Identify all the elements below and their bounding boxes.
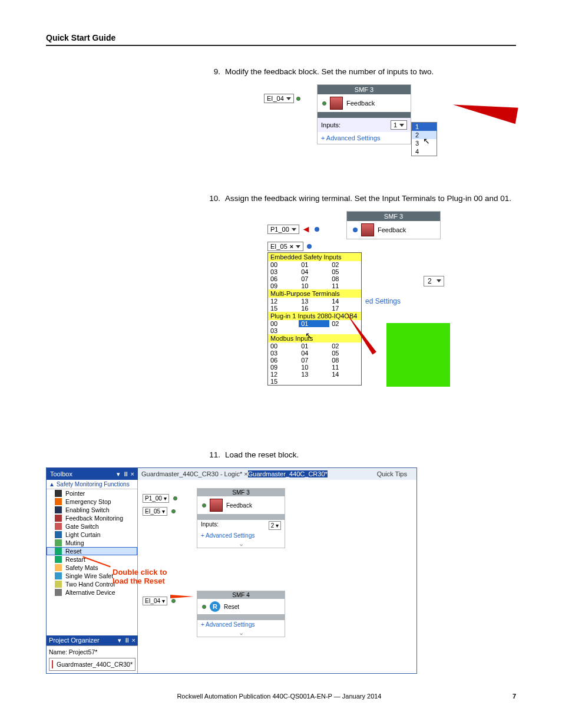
header-rule xyxy=(46,45,516,46)
page-header: Quick Start Guide xyxy=(46,33,516,42)
inputs-label: Inputs: xyxy=(321,121,340,129)
toolbox-item-label: Two Hand Control xyxy=(65,581,115,588)
reset-icon: R xyxy=(210,601,220,612)
toolbox-item[interactable]: Gate Switch xyxy=(47,522,137,531)
tool-icon xyxy=(55,572,62,579)
fig2-selector-2[interactable]: EI_05 × xyxy=(267,242,312,251)
tool-icon xyxy=(55,556,62,563)
toolbox-item[interactable]: Muting xyxy=(47,539,137,547)
toolbox-item[interactable]: Pointer xyxy=(47,489,137,498)
toolbox-item-label: Feedback Monitoring xyxy=(65,515,123,522)
advanced-settings-link[interactable]: + Advanced Settings xyxy=(318,132,411,144)
smf3-input-1[interactable]: P1_00 ▾ xyxy=(143,494,177,503)
step-10: 10. Assign the feedback wiring terminal.… xyxy=(205,194,516,203)
tool-icon xyxy=(55,589,62,596)
figure-1: EI_04 SMF 3 Feedback Inputs: 1 + Advance xyxy=(264,84,547,173)
project-organizer-title: Project Organizer ▾ ⏸ × xyxy=(47,635,138,645)
toolbox-item-label: Single Wire Safet xyxy=(65,572,113,579)
status-dot-icon xyxy=(322,101,326,106)
fig2-inputs-count[interactable]: 2 xyxy=(424,276,444,286)
tab-device[interactable]: Guardmaster_440C_CR30* xyxy=(248,470,328,477)
tool-icon xyxy=(55,581,62,588)
toolbox-item[interactable]: Reset xyxy=(47,547,137,555)
card-title: SMF 3 xyxy=(318,85,411,94)
tool-icon xyxy=(55,490,62,497)
project-name: Project57* xyxy=(69,648,97,655)
step-text: Assign the feedback wiring terminal. Set… xyxy=(225,194,516,203)
callout-text: Double click to load the Reset xyxy=(113,568,167,586)
status-dot-icon xyxy=(353,228,358,232)
status-dot-icon xyxy=(296,97,300,101)
cursor-icon: ↖ xyxy=(305,331,312,340)
tool-icon xyxy=(55,506,62,513)
pane-pin-icons[interactable]: ▾ ⏸ × xyxy=(117,470,134,478)
fig2-green-block xyxy=(386,323,450,387)
device-icon xyxy=(52,660,53,668)
toolbox-item-label: Pointer xyxy=(65,490,85,497)
chevron-down-icon xyxy=(399,124,404,127)
toolbox-item-label: Alternative Device xyxy=(65,589,115,596)
feedback-icon xyxy=(210,499,223,512)
step-number: 11. xyxy=(205,450,220,459)
toolbox-item-label: Reset xyxy=(65,548,81,555)
active-arrow-icon: ◄ xyxy=(302,224,311,235)
tool-icon xyxy=(55,523,62,530)
step-9: 9. Modify the feedback block. Set the nu… xyxy=(205,67,516,76)
toolbox-item-label: Muting xyxy=(65,539,84,546)
tab-logic[interactable]: Guardmaster_440C_CR30 - Logic* × xyxy=(141,470,248,477)
smf3-block[interactable]: SMF 3 Feedback Inputs: 2 ▾ + Advanced Se… xyxy=(197,488,285,548)
logic-canvas[interactable]: SMF 3 Feedback Inputs: 2 ▾ + Advanced Se… xyxy=(138,480,416,673)
advanced-settings-link[interactable]: + Advanced Settings xyxy=(197,620,285,629)
toolbox-item-label: Gate Switch xyxy=(65,523,99,530)
step-11: 11. Load the reset block. xyxy=(205,450,516,459)
quick-tips-link[interactable]: Quick Tips xyxy=(371,469,413,479)
toolbox-item[interactable]: Light Curtain xyxy=(47,531,137,539)
tool-icon xyxy=(55,564,62,571)
step-number: 10. xyxy=(205,194,220,203)
fig2-adv-settings-partial: ed Settings xyxy=(365,297,401,305)
chevron-down-icon xyxy=(286,97,291,100)
smf4-block[interactable]: SMF 4 RReset + Advanced Settings ⌄ xyxy=(197,591,285,637)
cursor-icon: ↖ xyxy=(423,136,430,146)
tool-icon xyxy=(55,515,62,522)
callout-arrow-icon xyxy=(170,595,194,598)
publication-id: Rockwell Automation Publication 440C-QS0… xyxy=(177,693,381,700)
smf3-inputs-field[interactable]: 2 ▾ xyxy=(269,521,281,530)
fig1-feedback-card: SMF 3 Feedback Inputs: 1 + Advanced Sett… xyxy=(317,84,411,144)
smf3-input-2[interactable]: EI_05 ▾ xyxy=(143,507,176,516)
toolbox-item-label: Emergency Stop xyxy=(65,498,111,505)
tool-icon xyxy=(55,531,62,538)
step-text: Load the reset block. xyxy=(225,450,516,459)
project-item[interactable]: Guardmaster_440C_CR30* xyxy=(49,658,135,671)
figure-3-software: Toolbox ▾ ⏸ × Guardmaster_440C_CR30 - Lo… xyxy=(46,467,417,674)
feedback-icon xyxy=(361,223,374,236)
callout-arrow-icon xyxy=(451,97,518,124)
fig2-selector-1[interactable]: P1_00 ◄ xyxy=(267,224,319,235)
toolbox-item[interactable]: Emergency Stop xyxy=(47,498,137,506)
feedback-icon xyxy=(330,97,343,110)
toolbox-item-label: Safety Mats xyxy=(65,564,98,571)
card-label: Feedback xyxy=(346,100,375,107)
toolbox-item-label: Light Curtain xyxy=(65,531,101,538)
plugin-01-selected[interactable]: 01 xyxy=(299,320,329,327)
tool-icon xyxy=(55,539,62,546)
figure-2: SMF 3 Feedback P1_00 ◄ EI_05 × 2 ed xyxy=(264,211,553,429)
fig2-feedback-card: SMF 3 Feedback xyxy=(346,211,441,239)
tool-icon xyxy=(55,498,62,505)
fig1-input-selector[interactable]: EI_04 xyxy=(264,94,300,103)
step-number: 9. xyxy=(205,67,220,76)
project-name-label: Name: xyxy=(49,648,67,655)
advanced-settings-link[interactable]: + Advanced Settings xyxy=(197,531,285,540)
tool-icon xyxy=(55,548,62,555)
step-text: Modify the feedback block. Set the numbe… xyxy=(225,67,516,76)
toolbox-item[interactable]: Enabling Switch xyxy=(47,506,137,514)
page-footer: Rockwell Automation Publication 440C-QS0… xyxy=(46,693,516,700)
toolbox-item[interactable]: Alternative Device xyxy=(47,588,137,597)
pane-pin-icons[interactable]: ▾ ⏸ × xyxy=(118,637,135,644)
toolbox-item-label: Enabling Switch xyxy=(65,506,110,513)
page-number: 7 xyxy=(513,693,516,700)
toolbox-item[interactable]: Feedback Monitoring xyxy=(47,514,137,522)
inputs-dropdown[interactable]: 1 xyxy=(391,120,407,130)
toolbox-category[interactable]: ▲ Safety Monitoring Functions xyxy=(47,480,137,489)
toolbox-title: Toolbox xyxy=(50,470,72,477)
